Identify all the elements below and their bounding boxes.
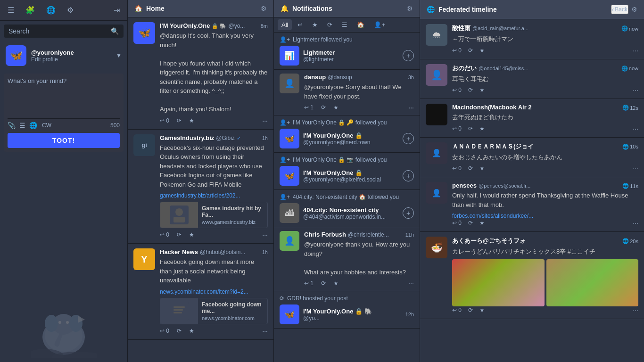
notif-follow-back-btn-1[interactable]: + <box>403 50 414 61</box>
back-button[interactable]: ‹ Back <box>611 5 628 14</box>
list-icon[interactable]: ☰ <box>19 122 25 129</box>
post-text-3: Facebook going down meant more than just… <box>160 257 268 285</box>
federated-settings-icon[interactable]: ⚙ <box>631 6 637 13</box>
fed-boost-3[interactable]: ⟳ <box>468 125 473 132</box>
notifications-settings-icon[interactable]: ⚙ <box>407 5 413 12</box>
cw-button[interactable]: CW <box>42 122 51 129</box>
post-link-3[interactable]: news.ycombinator.com/item?id=2... <box>160 288 248 295</box>
fed-link-5[interactable]: forbes.com/sites/alisondurkee/... <box>452 213 533 219</box>
filter-polls[interactable]: ☰ <box>338 19 351 30</box>
like-button-3[interactable]: ★ <box>189 328 194 334</box>
notif-user-info-gdr: I'M YourOnly.One 🔒 🐘 @yo... <box>303 308 402 321</box>
filter-follow[interactable]: 👤+ <box>370 19 389 30</box>
attachment-icon[interactable]: 📎 <box>8 122 16 129</box>
fed-boost-5[interactable]: ⟳ <box>468 220 473 226</box>
globe-compose-icon[interactable]: 🌐 <box>29 122 37 129</box>
notif-reply-dansup[interactable]: ↩ 1 <box>304 104 314 111</box>
filter-replies[interactable]: ↩ <box>294 19 306 30</box>
post-actions-1: ↩ 0 ⟳ ★ ··· <box>160 117 268 124</box>
fed-reply-5[interactable]: ↩ 0 <box>452 220 462 226</box>
filter-boosts[interactable]: ⟳ <box>323 19 336 30</box>
sidebar: ☰ 🧩 🌐 ⚙ ⇥ 🔍 🦋 @youronlyone Edit profile … <box>0 0 127 362</box>
home-post-2: gi GamesIndustry.biz @Gibiz ✓ 1h Faceboo… <box>128 130 273 244</box>
home-column: 🏠 Home ⚙ 🦋 I'M YourOnly.One 🔒 🐘 @yo... 8… <box>127 0 273 362</box>
fed-image-thumb-1[interactable] <box>452 259 545 306</box>
more-button-3[interactable]: ··· <box>262 327 268 335</box>
fed-more-6[interactable]: ··· <box>633 306 638 314</box>
notifications-column-content: 👤+ Lightmeter followed you 📊 Lightmeter … <box>274 33 420 362</box>
fed-boost-6[interactable]: ⟳ <box>468 307 473 313</box>
fed-more-5[interactable]: ··· <box>633 219 638 227</box>
fed-like-5[interactable]: ★ <box>479 220 485 226</box>
fed-like-4[interactable]: ★ <box>479 165 485 172</box>
fed-more-3[interactable]: ··· <box>633 125 638 132</box>
search-input[interactable] <box>8 27 111 35</box>
filter-home[interactable]: 🏠 <box>353 19 368 30</box>
notif-follow-back-btn-nerd[interactable]: + <box>403 133 414 144</box>
toot-button[interactable]: TOOT! <box>8 133 120 148</box>
boost-button-3[interactable]: ⟳ <box>177 328 182 334</box>
fed-boost-4[interactable]: ⟳ <box>468 165 473 172</box>
notif-follow-back-btn-404[interactable]: + <box>403 207 414 219</box>
reply-button-3[interactable]: ↩ 0 <box>160 328 169 334</box>
notif-more-chris[interactable]: ··· <box>408 280 414 287</box>
notif-boost-chris[interactable]: ⟳ <box>321 280 326 287</box>
home-settings-icon[interactable]: ⚙ <box>261 5 267 12</box>
more-button-1[interactable]: ··· <box>262 117 268 124</box>
notif-like-chris[interactable]: ★ <box>333 280 339 287</box>
reply-button-2[interactable]: ↩ 0 <box>160 231 169 238</box>
compose-textarea[interactable] <box>8 77 120 115</box>
fed-like-3[interactable]: ★ <box>479 125 485 132</box>
notif-actions-chris: ↩ 1 ⟳ ★ ··· <box>304 280 414 287</box>
fed-boost-1[interactable]: ⟳ <box>468 47 473 54</box>
fed-like-1[interactable]: ★ <box>479 47 485 54</box>
fed-like-6[interactable]: ★ <box>479 307 485 313</box>
fed-reply-3[interactable]: ↩ 0 <box>452 125 462 132</box>
fed-reply-6[interactable]: ↩ 0 <box>452 307 462 313</box>
boost-button-1[interactable]: ⟳ <box>177 117 182 124</box>
notif-reply-chris[interactable]: ↩ 1 <box>304 280 314 287</box>
notif-header-dansup: dansup @dansup 3h <box>304 74 414 81</box>
logout-icon[interactable]: ⇥ <box>112 4 122 16</box>
profile-info: @youronlyone Edit profile <box>31 49 74 63</box>
menu-icon[interactable]: ☰ <box>6 4 16 16</box>
svg-rect-15 <box>173 217 185 222</box>
fed-header-5: pensees @pensees@social.fr... 🌐 11s <box>452 182 638 189</box>
fed-image-thumb-2[interactable] <box>546 259 639 306</box>
fed-post-5: 👤 pensees @pensees@social.fr... 🌐 11s On… <box>420 177 644 232</box>
notif-follow-back-btn-pixelfed[interactable]: + <box>403 170 414 181</box>
post-link-2[interactable]: gamesindustry.biz/articles/202... <box>160 192 240 199</box>
reply-button-1[interactable]: ↩ 0 <box>160 117 169 124</box>
fed-more-4[interactable]: ··· <box>633 165 638 172</box>
notif-boost-dansup[interactable]: ⟳ <box>321 104 326 111</box>
fed-body-1: 酸性雨 @acid_rain@amefur.a... 🌐 now ←万で一桁腕時… <box>452 24 638 54</box>
fed-reply-2[interactable]: ↩ 0 <box>452 87 462 93</box>
notif-like-dansup[interactable]: ★ <box>333 104 339 111</box>
more-button-2[interactable]: ··· <box>262 231 268 239</box>
filter-all[interactable]: All <box>278 19 292 30</box>
notif-text-dansup: @youronlyone Sorry about that! We have f… <box>304 82 414 101</box>
profile-section: 🦋 @youronlyone Edit profile ▼ <box>0 41 127 70</box>
fed-reply-4[interactable]: ↩ 0 <box>452 165 462 172</box>
boost-button-2[interactable]: ⟳ <box>177 231 182 238</box>
fed-more-1[interactable]: ··· <box>633 47 638 54</box>
profile-username: @youronlyone <box>31 49 74 56</box>
puzzle-icon[interactable]: 🧩 <box>24 4 37 16</box>
notif-mention-dansup: 👤 dansup @dansup 3h @youronlyone Sorry a… <box>274 70 420 115</box>
edit-profile-link[interactable]: Edit profile <box>31 56 74 63</box>
profile-chevron-icon[interactable]: ▼ <box>116 52 122 59</box>
filter-likes[interactable]: ★ <box>308 19 322 30</box>
fed-boost-2[interactable]: ⟳ <box>468 87 473 93</box>
fed-more-2[interactable]: ··· <box>633 86 638 94</box>
globe-icon[interactable]: 🌐 <box>44 4 58 16</box>
like-button-2[interactable]: ★ <box>189 231 194 238</box>
fed-actions-4: ↩ 0 ⟳ ★ ··· <box>452 165 638 172</box>
boost-icon-gdr: ⟳ <box>280 295 284 302</box>
fed-like-2[interactable]: ★ <box>479 87 485 93</box>
like-button-1[interactable]: ★ <box>189 117 194 124</box>
notif-more-dansup[interactable]: ··· <box>408 104 414 111</box>
notif-user-name-404: 404.city: Non-existent city <box>303 206 399 214</box>
settings-icon[interactable]: ⚙ <box>65 4 75 16</box>
fed-reply-1[interactable]: ↩ 0 <box>452 47 462 54</box>
notif-user-handle-1: @lightmeter <box>303 56 399 63</box>
